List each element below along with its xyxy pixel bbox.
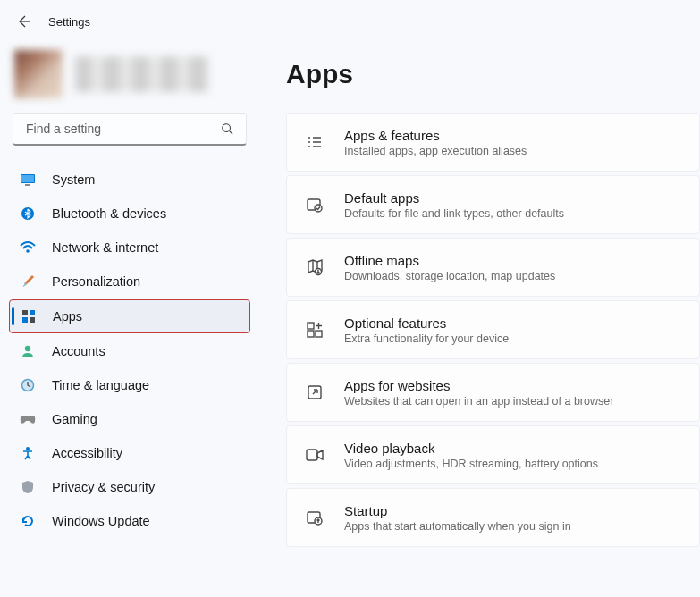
sidebar-item-label: Privacy & security [52, 480, 155, 494]
page-title: Apps [286, 59, 700, 89]
sidebar-item-label: Windows Update [52, 514, 150, 528]
back-button[interactable] [16, 14, 30, 29]
sidebar-item-label: Accessibility [52, 446, 122, 460]
avatar [14, 50, 63, 98]
sidebar-item-personalization[interactable]: Personalization [9, 265, 250, 298]
bluetooth-icon [20, 206, 36, 222]
startup-icon [305, 508, 325, 527]
card-subtitle: Defaults for file and link types, other … [344, 207, 564, 220]
header-title: Settings [48, 15, 90, 29]
search-input[interactable] [26, 122, 205, 136]
sidebar-item-accounts[interactable]: Accounts [9, 335, 250, 367]
map-download-icon [305, 257, 325, 277]
card-title: Apps & features [344, 128, 527, 143]
sidebar-item-bluetooth[interactable]: Bluetooth & devices [9, 198, 250, 230]
shield-icon [20, 479, 36, 495]
sidebar-item-network[interactable]: Network & internet [9, 231, 250, 264]
card-offline-maps[interactable]: Offline maps Downloads, storage location… [286, 238, 700, 297]
svg-rect-9 [30, 317, 35, 323]
svg-rect-16 [308, 323, 314, 329]
sidebar-item-apps[interactable]: Apps [9, 299, 250, 333]
svg-rect-7 [30, 310, 35, 315]
card-title: Apps for websites [344, 378, 613, 393]
card-subtitle: Downloads, storage location, map updates [344, 270, 555, 282]
card-title: Startup [344, 503, 571, 518]
card-subtitle: Extra functionality for your device [344, 332, 509, 345]
default-apps-icon [305, 195, 325, 214]
sidebar-item-label: Time & language [52, 378, 149, 392]
person-icon [20, 343, 36, 359]
svg-rect-6 [22, 310, 28, 315]
video-icon [305, 445, 325, 465]
card-subtitle: Installed apps, app execution aliases [344, 145, 527, 157]
card-startup[interactable]: Startup Apps that start automatically wh… [286, 488, 700, 547]
sidebar-item-privacy[interactable]: Privacy & security [9, 471, 250, 503]
optional-features-icon [305, 320, 325, 340]
sidebar-item-accessibility[interactable]: Accessibility [9, 437, 250, 469]
sidebar-item-label: System [52, 172, 95, 187]
card-default-apps[interactable]: Default apps Defaults for file and link … [286, 175, 700, 234]
svg-rect-17 [308, 331, 314, 337]
svg-rect-8 [22, 317, 28, 323]
profile-section[interactable] [9, 43, 250, 113]
search-box[interactable] [13, 113, 247, 146]
paintbrush-icon [20, 273, 36, 290]
card-title: Video playback [344, 441, 598, 456]
list-icon [305, 132, 325, 152]
card-subtitle: Apps that start automatically when you s… [344, 520, 571, 533]
sidebar: System Bluetooth & devices Network & int… [0, 43, 259, 547]
sidebar-item-label: Bluetooth & devices [52, 206, 166, 221]
system-icon [20, 172, 36, 188]
card-title: Default apps [344, 190, 564, 206]
sidebar-item-label: Personalization [52, 274, 140, 289]
sidebar-item-time-language[interactable]: Time & language [9, 369, 250, 401]
accessibility-icon [20, 445, 36, 461]
card-optional-features[interactable]: Optional features Extra functionality fo… [286, 300, 700, 359]
card-subtitle: Websites that can open in an app instead… [344, 395, 613, 408]
card-apps-for-websites[interactable]: Apps for websites Websites that can open… [286, 363, 700, 422]
wifi-icon [20, 240, 36, 256]
svg-rect-2 [21, 175, 34, 182]
svg-rect-3 [25, 184, 30, 186]
profile-name-blurred [75, 56, 209, 92]
sidebar-item-label: Gaming [52, 412, 97, 426]
sidebar-item-label: Apps [53, 309, 82, 324]
svg-point-10 [25, 346, 30, 351]
svg-point-0 [223, 124, 231, 132]
sidebar-item-windows-update[interactable]: Windows Update [9, 505, 250, 537]
svg-point-5 [26, 249, 30, 253]
sidebar-item-gaming[interactable]: Gaming [9, 403, 250, 435]
svg-point-12 [26, 447, 30, 450]
search-icon [221, 122, 233, 135]
svg-rect-20 [307, 450, 317, 460]
apps-icon [21, 308, 37, 324]
main-content: Apps Apps & features Installed apps, app… [259, 43, 700, 547]
globe-clock-icon [20, 377, 36, 393]
card-subtitle: Video adjustments, HDR streaming, batter… [344, 458, 598, 470]
card-title: Optional features [344, 315, 509, 331]
sidebar-item-system[interactable]: System [9, 164, 250, 196]
update-icon [20, 513, 36, 529]
card-apps-features[interactable]: Apps & features Installed apps, app exec… [286, 113, 700, 172]
svg-rect-18 [316, 331, 322, 337]
card-title: Offline maps [344, 253, 555, 268]
sidebar-item-label: Network & internet [52, 240, 158, 255]
gaming-icon [20, 411, 36, 427]
card-video-playback[interactable]: Video playback Video adjustments, HDR st… [286, 425, 700, 484]
back-arrow-icon [16, 14, 30, 29]
open-external-icon [305, 383, 325, 402]
sidebar-item-label: Accounts [52, 344, 105, 358]
